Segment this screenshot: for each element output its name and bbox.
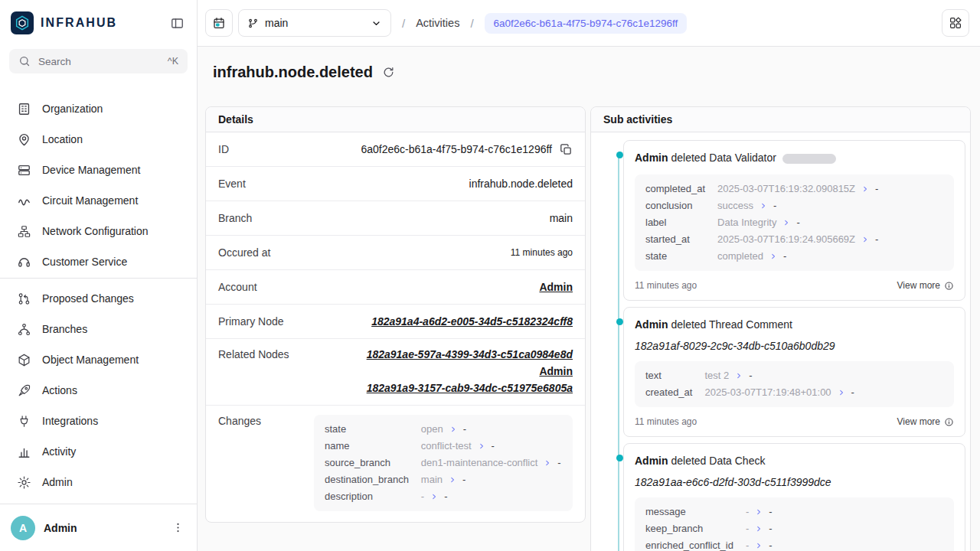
property-new-value: - xyxy=(769,540,772,551)
branch-selector[interactable]: main xyxy=(238,9,391,37)
sidebar-item-proposed-changes[interactable]: Proposed Changes xyxy=(0,283,197,314)
property-new-value: - xyxy=(769,523,772,534)
object-management-icon xyxy=(17,353,31,367)
view-more-label: View more xyxy=(897,280,940,291)
sidebar-item-integrations[interactable]: Integrations xyxy=(0,406,197,436)
property-key: conclusion xyxy=(645,201,705,211)
avatar[interactable]: A xyxy=(11,516,35,540)
chevron-right-small-icon[interactable] xyxy=(755,542,763,549)
related-node-link[interactable]: 182a91ae-597a-4399-34d3-c51ca0984e8d xyxy=(367,348,573,360)
content: infrahub.node.deleted Details ID6a0f2e6c… xyxy=(198,47,980,551)
detail-link[interactable]: 182a91a4-a6d2-e005-34d5-c5182324cff8 xyxy=(371,315,573,328)
detail-value: 6a0f2e6c-b61a-4f75-b974-c76c1e1296ff xyxy=(361,143,552,155)
apps-button[interactable] xyxy=(942,9,969,37)
infrahub-logo[interactable]: INFRAHUB xyxy=(11,11,117,34)
sidebar-item-organization[interactable]: Organization xyxy=(0,93,197,124)
detail-row-id: ID6a0f2e6c-b61a-4f75-b974-c76c1e1296ff xyxy=(206,132,585,167)
sidebar-item-customer-service[interactable]: Customer Service xyxy=(0,246,197,277)
chevron-right-small-icon[interactable] xyxy=(735,372,743,380)
admin-icon xyxy=(17,475,31,490)
property-old-value: 2025-03-07T17:19:48+01:00 xyxy=(704,387,831,398)
view-more-button[interactable]: View more xyxy=(897,280,954,291)
property-new-value: - xyxy=(796,217,799,228)
chevron-right-small-icon[interactable] xyxy=(760,202,767,210)
search-placeholder: Search xyxy=(38,56,71,67)
breadcrumb-separator: / xyxy=(402,17,405,30)
property-value: 2025-03-07T16:19:24.905669Z- xyxy=(717,234,943,245)
sub-activities-title: Sub activities xyxy=(591,107,970,132)
chevron-right-small-icon[interactable] xyxy=(769,253,777,260)
refresh-icon[interactable] xyxy=(382,66,395,79)
chevron-right-small-icon[interactable] xyxy=(782,219,790,227)
property-old-value: - xyxy=(421,491,424,502)
property-new-value: - xyxy=(783,251,786,262)
sidebar-item-activity[interactable]: Activity xyxy=(0,436,197,467)
user-menu-icon[interactable] xyxy=(172,521,185,534)
detail-value: infrahub.node.deleted xyxy=(469,178,573,190)
chevron-right-small-icon[interactable] xyxy=(544,459,551,467)
search-shortcut: ^K xyxy=(168,56,178,67)
chevron-right-small-icon[interactable] xyxy=(478,442,485,450)
chevron-down-icon xyxy=(371,18,382,29)
chevron-right-small-icon[interactable] xyxy=(755,525,763,533)
details-panel: Details ID6a0f2e6c-b61a-4f75-b974-c76c1e… xyxy=(205,106,586,523)
sidebar-item-actions[interactable]: Actions xyxy=(0,375,197,406)
chevron-right-small-icon[interactable] xyxy=(755,508,763,516)
chevron-right-small-icon[interactable] xyxy=(838,389,845,396)
property-old-value: - xyxy=(746,523,749,534)
detail-label: Event xyxy=(218,178,246,190)
property-key: enriched_conflict_id xyxy=(645,540,733,551)
property-new-value: - xyxy=(875,184,878,194)
details-body: ID6a0f2e6c-b61a-4f75-b974-c76c1e1296ffEv… xyxy=(206,132,585,522)
collapse-sidebar-icon[interactable] xyxy=(170,16,185,31)
chevron-right-small-icon[interactable] xyxy=(861,185,869,193)
detail-row-changes: Changesstateopen-nameconflict-test-sourc… xyxy=(206,406,585,522)
property-new-value: - xyxy=(492,441,495,452)
detail-label: Related Nodes xyxy=(218,348,289,360)
sidebar-item-admin[interactable]: Admin xyxy=(0,467,197,497)
chevron-right-small-icon[interactable] xyxy=(861,236,869,243)
activity-action: deleted Thread Comment xyxy=(671,318,792,331)
sidebar-item-location[interactable]: Location xyxy=(0,124,197,155)
property-value: -- xyxy=(746,507,943,517)
breadcrumb-activities[interactable]: Activities xyxy=(416,17,459,29)
copy-icon[interactable] xyxy=(560,143,573,156)
property-old-value: success xyxy=(717,201,753,211)
network-icon xyxy=(17,224,31,239)
property-new-value: - xyxy=(769,507,772,517)
property-new-value: - xyxy=(875,234,878,245)
time-travel-button[interactable] xyxy=(205,9,233,37)
properties-box: completed_at2025-03-07T16:19:32.090815Z-… xyxy=(635,174,954,271)
chevron-right-small-icon[interactable] xyxy=(430,493,438,500)
property-new-value: - xyxy=(557,458,560,468)
detail-link[interactable]: Admin xyxy=(539,281,573,293)
property-key: source_branch xyxy=(325,458,409,468)
branches-icon xyxy=(17,322,31,337)
breadcrumb-activity-id[interactable]: 6a0f2e6c-b61a-4f75-b974-c76c1e1296ff xyxy=(485,13,688,34)
sidebar-item-circuit-management[interactable]: Circuit Management xyxy=(0,185,197,216)
related-node-link[interactable]: Admin xyxy=(539,365,573,377)
sidebar-item-label: Device Management xyxy=(42,164,140,176)
branch-name: main xyxy=(265,17,288,29)
detail-row-account: AccountAdmin xyxy=(206,270,585,305)
sidebar-item-branches[interactable]: Branches xyxy=(0,314,197,344)
property-new-value: - xyxy=(444,491,447,502)
chevron-right-small-icon[interactable] xyxy=(449,476,456,484)
search-input[interactable]: Search ^K xyxy=(9,49,188,73)
property-value: completed- xyxy=(717,251,943,262)
view-more-button[interactable]: View more xyxy=(897,416,954,427)
chevron-right-small-icon[interactable] xyxy=(449,425,457,433)
sidebar-item-device-management[interactable]: Device Management xyxy=(0,155,197,185)
sidebar-item-network-configuration[interactable]: Network Configuration xyxy=(0,216,197,246)
property-key: created_at xyxy=(645,387,692,398)
related-node-link[interactable]: 182a91a9-3157-cab9-34dc-c51975e6805a xyxy=(367,382,573,394)
sidebar-item-label: Object Management xyxy=(42,354,139,366)
property-value: den1-maintenance-conflict- xyxy=(421,458,562,468)
property-value: main- xyxy=(421,474,562,485)
activity-actor: Admin xyxy=(635,455,668,467)
sidebar-item-object-management[interactable]: Object Management xyxy=(0,344,197,375)
property-new-value: - xyxy=(463,424,466,435)
detail-label: Primary Node xyxy=(218,315,284,328)
git-branch-icon xyxy=(247,18,259,29)
building-icon xyxy=(17,102,31,116)
